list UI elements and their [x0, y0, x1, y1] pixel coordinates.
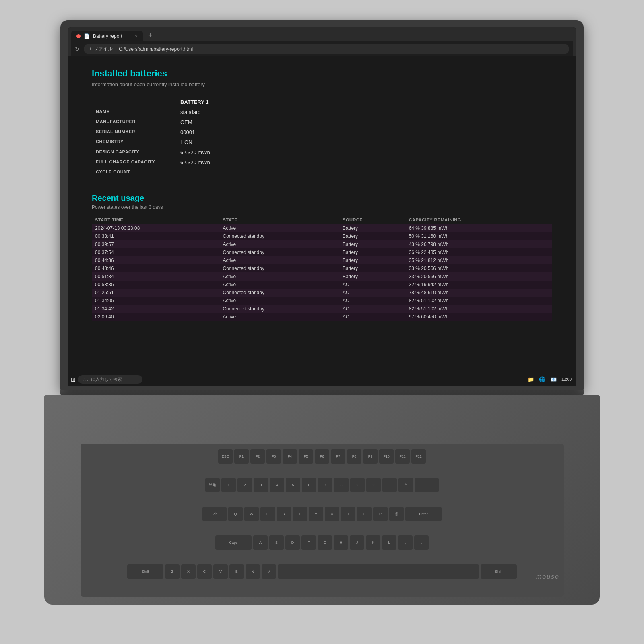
start-button[interactable]: ⊞ — [71, 376, 76, 383]
address-bar[interactable]: ℹ ファイル | C:/Users/admin/battery-report.h… — [84, 44, 569, 54]
usage-state: Connected standby — [220, 264, 340, 272]
key-d[interactable]: D — [285, 535, 300, 550]
key-row-space: Shift Z X C V B N M Shift — [86, 564, 558, 591]
key-8[interactable]: 8 — [334, 478, 349, 492]
battery-field-value: LiON — [180, 137, 552, 147]
key-semicolon[interactable]: ; — [398, 535, 413, 550]
key-b[interactable]: B — [229, 564, 244, 579]
key-f3[interactable]: F3 — [266, 449, 281, 464]
key-f6[interactable]: F6 — [315, 449, 329, 464]
key-u[interactable]: U — [325, 507, 339, 521]
key-9[interactable]: 9 — [350, 478, 365, 492]
key-y[interactable]: Y — [309, 507, 323, 521]
browser-tab[interactable]: 📄 Battery report × — [71, 31, 143, 41]
battery-field-label: CYCLE COUNT — [92, 167, 180, 178]
key-shift-left[interactable]: Shift — [127, 564, 163, 579]
key-w[interactable]: W — [244, 507, 259, 521]
key-z[interactable]: Z — [165, 564, 180, 579]
usage-datetime: 01:34:42 — [92, 305, 220, 313]
keyboard: ESC F1 F2 F3 F4 F5 F6 F7 F8 F9 F10 F11 F… — [80, 444, 564, 597]
key-colon[interactable]: : — [414, 535, 429, 550]
taskbar-icon-2[interactable]: 🌐 — [537, 376, 547, 383]
key-t[interactable]: T — [293, 507, 307, 521]
key-f5[interactable]: F5 — [299, 449, 313, 464]
new-tab-button[interactable]: + — [144, 30, 157, 41]
key-m[interactable]: M — [262, 564, 276, 579]
key-f2[interactable]: F2 — [250, 449, 265, 464]
usage-datetime: 00:48:46 — [92, 264, 220, 272]
key-backspace[interactable]: ← — [415, 478, 439, 492]
battery-field-row: FULL CHARGE CAPACITY62,320 mWh — [92, 157, 552, 167]
key-row-asdf: Caps A S D F G H J K L ; : — [86, 535, 558, 562]
key-v[interactable]: V — [213, 564, 228, 579]
key-a[interactable]: A — [253, 535, 268, 550]
key-s[interactable]: S — [269, 535, 284, 550]
key-esc[interactable]: ESC — [218, 449, 233, 464]
taskbar-icon-3[interactable]: 📧 — [549, 376, 558, 383]
key-f[interactable]: F — [301, 535, 316, 550]
key-caret[interactable]: ^ — [398, 478, 413, 492]
taskbar-icon-1[interactable]: 📁 — [526, 376, 536, 383]
key-k[interactable]: K — [366, 535, 380, 550]
key-i[interactable]: I — [341, 507, 355, 521]
key-4[interactable]: 4 — [270, 478, 284, 492]
key-6[interactable]: 6 — [302, 478, 316, 492]
key-0[interactable]: 0 — [366, 478, 381, 492]
key-n[interactable]: N — [246, 564, 260, 579]
key-c[interactable]: C — [197, 564, 212, 579]
tab-close-dot[interactable] — [76, 34, 80, 38]
key-e[interactable]: E — [260, 507, 275, 521]
key-row-fn: ESC F1 F2 F3 F4 F5 F6 F7 F8 F9 F10 F11 F… — [86, 449, 558, 476]
key-hankaku[interactable]: 半角 — [205, 478, 220, 492]
key-5[interactable]: 5 — [286, 478, 300, 492]
usage-state: Connected standby — [220, 305, 340, 313]
refresh-button[interactable]: ↻ — [75, 46, 80, 52]
installed-batteries-section: Installed batteries Information about ea… — [92, 68, 552, 178]
key-at[interactable]: @ — [389, 507, 404, 521]
key-shift-right[interactable]: Shift — [481, 564, 517, 579]
key-g[interactable]: G — [318, 535, 332, 550]
usage-state: Active — [220, 224, 340, 233]
tab-close-button[interactable]: × — [135, 34, 138, 39]
usage-datetime: 00:44:36 — [92, 256, 220, 264]
usage-row: 2024-07-13 00:23:08ActiveBattery64 % 39,… — [92, 224, 552, 233]
key-space[interactable] — [278, 564, 479, 579]
key-f4[interactable]: F4 — [283, 449, 297, 464]
taskbar-search[interactable]: ここに入力して検索 — [78, 375, 142, 384]
key-minus[interactable]: - — [382, 478, 397, 492]
key-q[interactable]: Q — [228, 507, 243, 521]
usage-state: Active — [220, 272, 340, 281]
usage-capacity: 97 % 60,450 mWh — [406, 313, 552, 321]
battery-field-label: SERIAL NUMBER — [92, 127, 180, 137]
key-x[interactable]: X — [181, 564, 196, 579]
key-l[interactable]: L — [382, 535, 396, 550]
key-f9[interactable]: F9 — [363, 449, 378, 464]
key-f12[interactable]: F12 — [411, 449, 426, 464]
usage-state: Connected standby — [220, 248, 340, 256]
key-h[interactable]: H — [334, 535, 348, 550]
key-f8[interactable]: F8 — [347, 449, 361, 464]
key-enter[interactable]: Enter — [405, 507, 442, 521]
key-1[interactable]: 1 — [221, 478, 236, 492]
key-j[interactable]: J — [350, 535, 364, 550]
usage-capacity: 64 % 39,885 mWh — [406, 224, 552, 233]
address-separator: | — [115, 46, 116, 52]
key-f11[interactable]: F11 — [395, 449, 410, 464]
key-3[interactable]: 3 — [254, 478, 268, 492]
usage-datetime: 02:06:40 — [92, 313, 220, 321]
key-f10[interactable]: F10 — [379, 449, 394, 464]
key-f1[interactable]: F1 — [234, 449, 249, 464]
key-2[interactable]: 2 — [237, 478, 252, 492]
address-path: C:/Users/admin/battery-report.html — [119, 46, 193, 52]
key-7[interactable]: 7 — [318, 478, 332, 492]
key-r[interactable]: R — [277, 507, 291, 521]
key-caps[interactable]: Caps — [215, 535, 252, 550]
key-tab[interactable]: Tab — [202, 507, 227, 521]
battery-field-label: DESIGN CAPACITY — [92, 147, 180, 157]
usage-source: Battery — [339, 248, 406, 256]
key-p[interactable]: P — [373, 507, 388, 521]
key-o[interactable]: O — [357, 507, 372, 521]
usage-col-header: START TIME — [92, 216, 220, 224]
key-f7[interactable]: F7 — [331, 449, 345, 464]
laptop-brand: mouse — [536, 573, 559, 580]
